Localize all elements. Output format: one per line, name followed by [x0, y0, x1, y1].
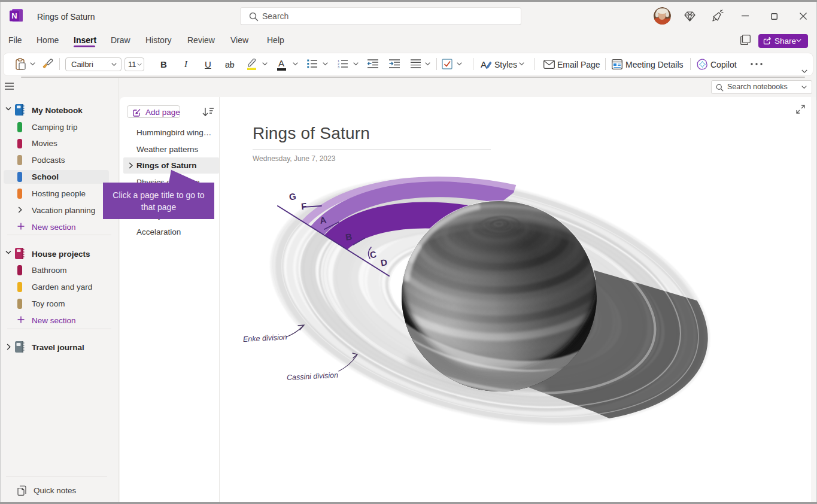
svg-text:G: G [288, 191, 297, 202]
svg-text:A: A [481, 59, 487, 69]
svg-text:N: N [11, 11, 17, 20]
svg-text:F: F [300, 201, 307, 211]
svg-text:3: 3 [338, 65, 339, 68]
